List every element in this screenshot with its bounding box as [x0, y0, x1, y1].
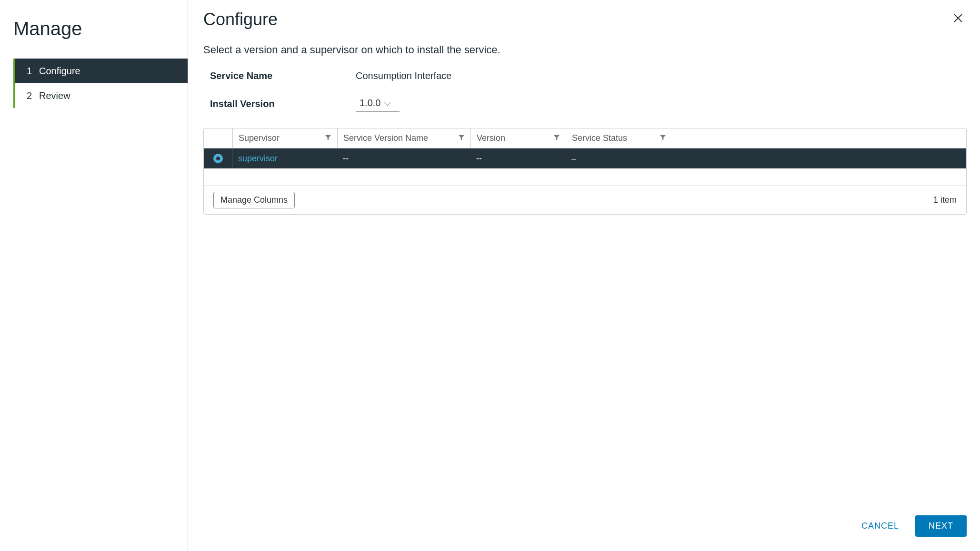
service-name-label: Service Name — [203, 70, 356, 81]
main-panel: Configure Select a version and a supervi… — [188, 0, 980, 551]
row-radio-cell[interactable] — [204, 148, 232, 168]
close-button[interactable] — [950, 10, 967, 28]
row-supervisor-cell: supervisor — [232, 151, 337, 167]
step-list: 1 Configure 2 Review — [13, 59, 188, 108]
filter-icon[interactable] — [458, 133, 465, 143]
table-body: supervisor -- -- – — [204, 148, 966, 186]
install-version-label: Install Version — [203, 98, 356, 109]
page-title: Configure — [203, 10, 278, 30]
service-name-value: Consumption Interface — [356, 70, 451, 81]
manage-columns-button[interactable]: Manage Columns — [213, 192, 295, 208]
step-label: Configure — [39, 66, 80, 77]
next-button[interactable]: NEXT — [915, 515, 967, 537]
header-supervisor-label: Supervisor — [239, 133, 280, 143]
item-count: 1 item — [933, 195, 957, 205]
table-header: Supervisor Service Version Name Version — [204, 128, 966, 148]
row-status-cell: – — [566, 151, 672, 167]
filter-icon[interactable] — [553, 133, 560, 143]
install-version-value: 1.0.0 — [360, 98, 380, 108]
row-svn-cell: -- — [337, 151, 470, 167]
page-description: Select a version and a supervisor on whi… — [203, 44, 967, 56]
cancel-button[interactable]: CANCEL — [857, 515, 904, 537]
filter-icon[interactable] — [325, 133, 331, 143]
table-footer: Manage Columns 1 item — [204, 186, 966, 214]
service-name-row: Service Name Consumption Interface — [203, 70, 967, 81]
sidebar-title: Manage — [0, 9, 188, 59]
step-label: Review — [39, 90, 70, 101]
wizard-sidebar: Manage 1 Configure 2 Review — [0, 0, 188, 551]
header-supervisor[interactable]: Supervisor — [232, 128, 337, 148]
supervisor-link[interactable]: supervisor — [238, 154, 278, 163]
step-number: 2 — [27, 90, 39, 101]
chevron-down-icon — [384, 99, 391, 106]
header-version[interactable]: Version — [470, 128, 566, 148]
header-select — [204, 128, 232, 148]
header-service-version-name[interactable]: Service Version Name — [337, 128, 470, 148]
header-status-label: Service Status — [572, 133, 627, 143]
table-row[interactable]: supervisor -- -- – — [204, 148, 966, 168]
wizard-footer: CANCEL NEXT — [857, 515, 967, 537]
step-number: 1 — [27, 66, 39, 77]
radio-selected-icon — [213, 154, 223, 163]
header-svn-label: Service Version Name — [343, 133, 428, 143]
install-version-select[interactable]: 1.0.0 — [356, 96, 400, 112]
close-icon — [952, 18, 964, 25]
header-version-label: Version — [477, 133, 505, 143]
step-configure[interactable]: 1 Configure — [15, 59, 188, 83]
install-version-row: Install Version 1.0.0 — [203, 96, 967, 112]
row-version-cell: -- — [470, 151, 566, 167]
filter-icon[interactable] — [660, 133, 666, 143]
step-review[interactable]: 2 Review — [15, 83, 188, 108]
supervisor-table: Supervisor Service Version Name Version — [203, 128, 967, 215]
header-service-status[interactable]: Service Status — [566, 128, 672, 148]
